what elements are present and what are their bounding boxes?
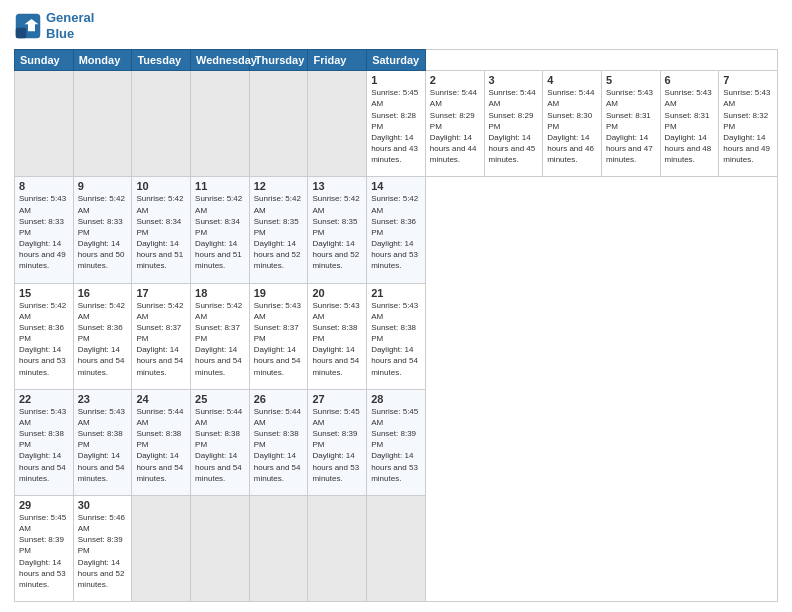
day-info: Sunrise: 5:42 AMSunset: 8:37 PMDaylight:… bbox=[136, 300, 186, 378]
calendar-day-cell: 8Sunrise: 5:43 AMSunset: 8:33 PMDaylight… bbox=[15, 177, 74, 283]
calendar-week-row: 15Sunrise: 5:42 AMSunset: 8:36 PMDayligh… bbox=[15, 283, 778, 389]
calendar-day-cell: 15Sunrise: 5:42 AMSunset: 8:36 PMDayligh… bbox=[15, 283, 74, 389]
day-number: 27 bbox=[312, 393, 362, 405]
calendar-day-cell bbox=[308, 71, 367, 177]
day-number: 25 bbox=[195, 393, 245, 405]
calendar-day-cell bbox=[191, 71, 250, 177]
calendar-day-cell bbox=[249, 71, 308, 177]
day-info: Sunrise: 5:43 AMSunset: 8:33 PMDaylight:… bbox=[19, 193, 69, 271]
day-number: 11 bbox=[195, 180, 245, 192]
day-info: Sunrise: 5:42 AMSunset: 8:33 PMDaylight:… bbox=[78, 193, 128, 271]
calendar-day-header: Sunday bbox=[15, 50, 74, 71]
calendar-week-row: 29Sunrise: 5:45 AMSunset: 8:39 PMDayligh… bbox=[15, 495, 778, 601]
calendar-day-cell: 4Sunrise: 5:44 AMSunset: 8:30 PMDaylight… bbox=[543, 71, 602, 177]
day-info: Sunrise: 5:42 AMSunset: 8:35 PMDaylight:… bbox=[312, 193, 362, 271]
calendar-day-cell: 19Sunrise: 5:43 AMSunset: 8:37 PMDayligh… bbox=[249, 283, 308, 389]
day-info: Sunrise: 5:42 AMSunset: 8:34 PMDaylight:… bbox=[195, 193, 245, 271]
svg-rect-2 bbox=[16, 27, 27, 38]
calendar-day-header: Monday bbox=[73, 50, 132, 71]
day-number: 10 bbox=[136, 180, 186, 192]
day-info: Sunrise: 5:42 AMSunset: 8:36 PMDaylight:… bbox=[371, 193, 421, 271]
day-info: Sunrise: 5:42 AMSunset: 8:34 PMDaylight:… bbox=[136, 193, 186, 271]
day-info: Sunrise: 5:45 AMSunset: 8:39 PMDaylight:… bbox=[371, 406, 421, 484]
day-info: Sunrise: 5:42 AMSunset: 8:35 PMDaylight:… bbox=[254, 193, 304, 271]
calendar-day-cell: 23Sunrise: 5:43 AMSunset: 8:38 PMDayligh… bbox=[73, 389, 132, 495]
calendar-day-cell: 7Sunrise: 5:43 AMSunset: 8:32 PMDaylight… bbox=[719, 71, 778, 177]
calendar-week-row: 8Sunrise: 5:43 AMSunset: 8:33 PMDaylight… bbox=[15, 177, 778, 283]
day-info: Sunrise: 5:44 AMSunset: 8:38 PMDaylight:… bbox=[254, 406, 304, 484]
day-number: 4 bbox=[547, 74, 597, 86]
day-number: 9 bbox=[78, 180, 128, 192]
calendar-day-header: Thursday bbox=[249, 50, 308, 71]
calendar-day-cell bbox=[73, 71, 132, 177]
day-number: 28 bbox=[371, 393, 421, 405]
calendar-day-header: Friday bbox=[308, 50, 367, 71]
calendar-day-cell bbox=[367, 495, 426, 601]
day-number: 12 bbox=[254, 180, 304, 192]
calendar-day-cell bbox=[15, 71, 74, 177]
day-info: Sunrise: 5:42 AMSunset: 8:36 PMDaylight:… bbox=[19, 300, 69, 378]
calendar-day-cell: 3Sunrise: 5:44 AMSunset: 8:29 PMDaylight… bbox=[484, 71, 543, 177]
day-info: Sunrise: 5:42 AMSunset: 8:37 PMDaylight:… bbox=[195, 300, 245, 378]
day-number: 22 bbox=[19, 393, 69, 405]
calendar-day-cell: 28Sunrise: 5:45 AMSunset: 8:39 PMDayligh… bbox=[367, 389, 426, 495]
logo-icon bbox=[14, 12, 42, 40]
day-info: Sunrise: 5:43 AMSunset: 8:38 PMDaylight:… bbox=[78, 406, 128, 484]
day-info: Sunrise: 5:46 AMSunset: 8:39 PMDaylight:… bbox=[78, 512, 128, 590]
calendar-day-cell: 29Sunrise: 5:45 AMSunset: 8:39 PMDayligh… bbox=[15, 495, 74, 601]
day-number: 24 bbox=[136, 393, 186, 405]
calendar-day-cell: 6Sunrise: 5:43 AMSunset: 8:31 PMDaylight… bbox=[660, 71, 719, 177]
day-info: Sunrise: 5:43 AMSunset: 8:31 PMDaylight:… bbox=[606, 87, 656, 165]
day-number: 14 bbox=[371, 180, 421, 192]
day-info: Sunrise: 5:43 AMSunset: 8:37 PMDaylight:… bbox=[254, 300, 304, 378]
day-number: 30 bbox=[78, 499, 128, 511]
day-info: Sunrise: 5:44 AMSunset: 8:30 PMDaylight:… bbox=[547, 87, 597, 165]
calendar-day-cell bbox=[249, 495, 308, 601]
day-info: Sunrise: 5:43 AMSunset: 8:38 PMDaylight:… bbox=[371, 300, 421, 378]
day-info: Sunrise: 5:43 AMSunset: 8:32 PMDaylight:… bbox=[723, 87, 773, 165]
calendar-week-row: 1Sunrise: 5:45 AMSunset: 8:28 PMDaylight… bbox=[15, 71, 778, 177]
calendar-day-cell: 26Sunrise: 5:44 AMSunset: 8:38 PMDayligh… bbox=[249, 389, 308, 495]
calendar-day-cell: 24Sunrise: 5:44 AMSunset: 8:38 PMDayligh… bbox=[132, 389, 191, 495]
calendar-day-cell: 12Sunrise: 5:42 AMSunset: 8:35 PMDayligh… bbox=[249, 177, 308, 283]
calendar-day-cell: 13Sunrise: 5:42 AMSunset: 8:35 PMDayligh… bbox=[308, 177, 367, 283]
calendar-header-row: SundayMondayTuesdayWednesdayThursdayFrid… bbox=[15, 50, 778, 71]
calendar-day-cell: 9Sunrise: 5:42 AMSunset: 8:33 PMDaylight… bbox=[73, 177, 132, 283]
calendar-day-cell bbox=[308, 495, 367, 601]
calendar-week-row: 22Sunrise: 5:43 AMSunset: 8:38 PMDayligh… bbox=[15, 389, 778, 495]
calendar-day-cell bbox=[132, 495, 191, 601]
day-info: Sunrise: 5:44 AMSunset: 8:29 PMDaylight:… bbox=[489, 87, 539, 165]
calendar-day-header: Saturday bbox=[367, 50, 426, 71]
day-number: 7 bbox=[723, 74, 773, 86]
calendar-day-cell: 17Sunrise: 5:42 AMSunset: 8:37 PMDayligh… bbox=[132, 283, 191, 389]
day-number: 2 bbox=[430, 74, 480, 86]
logo-text: General Blue bbox=[46, 10, 94, 41]
day-info: Sunrise: 5:44 AMSunset: 8:38 PMDaylight:… bbox=[195, 406, 245, 484]
header: General Blue bbox=[14, 10, 778, 41]
day-number: 18 bbox=[195, 287, 245, 299]
calendar-day-cell: 22Sunrise: 5:43 AMSunset: 8:38 PMDayligh… bbox=[15, 389, 74, 495]
calendar-day-cell: 25Sunrise: 5:44 AMSunset: 8:38 PMDayligh… bbox=[191, 389, 250, 495]
calendar-day-cell bbox=[191, 495, 250, 601]
day-number: 15 bbox=[19, 287, 69, 299]
calendar-day-cell: 16Sunrise: 5:42 AMSunset: 8:36 PMDayligh… bbox=[73, 283, 132, 389]
calendar-day-cell: 18Sunrise: 5:42 AMSunset: 8:37 PMDayligh… bbox=[191, 283, 250, 389]
logo: General Blue bbox=[14, 10, 94, 41]
day-number: 20 bbox=[312, 287, 362, 299]
day-number: 3 bbox=[489, 74, 539, 86]
calendar-day-cell: 14Sunrise: 5:42 AMSunset: 8:36 PMDayligh… bbox=[367, 177, 426, 283]
day-number: 5 bbox=[606, 74, 656, 86]
day-info: Sunrise: 5:45 AMSunset: 8:28 PMDaylight:… bbox=[371, 87, 421, 165]
day-number: 17 bbox=[136, 287, 186, 299]
day-number: 8 bbox=[19, 180, 69, 192]
day-number: 23 bbox=[78, 393, 128, 405]
calendar-day-cell bbox=[132, 71, 191, 177]
day-number: 13 bbox=[312, 180, 362, 192]
day-info: Sunrise: 5:42 AMSunset: 8:36 PMDaylight:… bbox=[78, 300, 128, 378]
day-info: Sunrise: 5:43 AMSunset: 8:38 PMDaylight:… bbox=[19, 406, 69, 484]
calendar-day-cell: 11Sunrise: 5:42 AMSunset: 8:34 PMDayligh… bbox=[191, 177, 250, 283]
calendar-day-cell: 27Sunrise: 5:45 AMSunset: 8:39 PMDayligh… bbox=[308, 389, 367, 495]
day-number: 19 bbox=[254, 287, 304, 299]
calendar-day-cell: 21Sunrise: 5:43 AMSunset: 8:38 PMDayligh… bbox=[367, 283, 426, 389]
calendar-day-cell: 10Sunrise: 5:42 AMSunset: 8:34 PMDayligh… bbox=[132, 177, 191, 283]
